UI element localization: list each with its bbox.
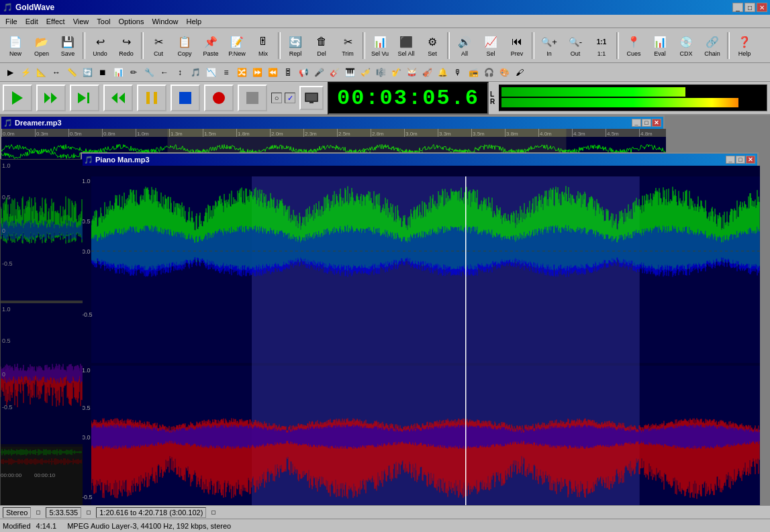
paste-button[interactable]: 📌 Paste [198, 30, 224, 61]
eval-button[interactable]: 📊 Eval [647, 30, 673, 61]
tool2-30[interactable]: 🎙 [450, 65, 465, 80]
cues-button[interactable]: 📍 Cues [621, 30, 646, 61]
piano-close[interactable]: ✕ [746, 156, 755, 164]
tool2-2[interactable]: ⚡ [18, 65, 33, 80]
tool2-11[interactable]: ← [157, 65, 172, 80]
help-button[interactable]: ❓ Help [732, 30, 757, 61]
tool2-8[interactable]: 📊 [111, 65, 126, 80]
tool2-27[interactable]: 🥁 [404, 65, 419, 80]
pnew-icon: 📝 [229, 34, 245, 50]
menu-tool[interactable]: Tool [93, 16, 114, 27]
tool2-17[interactable]: ⏩ [250, 65, 264, 80]
tool2-4[interactable]: ↔ [49, 65, 64, 80]
del-button[interactable]: 🗑 Del [309, 30, 334, 61]
tool2-7[interactable]: ⏹ [95, 65, 110, 80]
separator-5 [447, 32, 450, 59]
menu-effect[interactable]: Effect [42, 16, 69, 27]
tool2-5[interactable]: 📏 [64, 65, 79, 80]
tool2-6[interactable]: 🔄 [80, 65, 95, 80]
tool2-13[interactable]: 🎵 [188, 65, 203, 80]
chain-button[interactable]: 🔗 Chain [700, 30, 725, 61]
zoom11-button[interactable]: 1:1 1:1 [589, 30, 614, 61]
repl-label: Repl [289, 50, 302, 57]
tool2-32[interactable]: 🎧 [481, 65, 496, 80]
tool2-19[interactable]: 🎛 [281, 65, 295, 80]
tool2-22[interactable]: 🎸 [327, 65, 342, 80]
device-button[interactable] [299, 86, 324, 110]
tool2-24[interactable]: 🎺 [358, 65, 373, 80]
stop2-button[interactable] [238, 85, 267, 111]
svg-rect-4 [87, 93, 89, 103]
tool2-16[interactable]: 🔀 [234, 65, 249, 80]
play-button[interactable] [3, 85, 32, 111]
paste-label: Paste [203, 50, 218, 57]
selvu-button[interactable]: 📊 Sel Vu [367, 30, 393, 61]
tool2-21[interactable]: 🎤 [311, 65, 326, 80]
cdx-button[interactable]: 💿 CDX [673, 30, 699, 61]
tool2-15[interactable]: ≡ [219, 65, 234, 80]
fast-forward-button[interactable] [36, 85, 66, 111]
tool2-18[interactable]: ⏪ [265, 65, 280, 80]
dreamer-close[interactable]: ✕ [652, 119, 661, 127]
save-button[interactable]: 💾 Save [55, 30, 81, 61]
tool2-23[interactable]: 🎹 [342, 65, 357, 80]
tool2-25[interactable]: 🎼 [373, 65, 388, 80]
tool2-10[interactable]: 🔧 [142, 65, 156, 80]
in-button[interactable]: 🔍+ In [536, 30, 562, 61]
pause-button[interactable] [137, 85, 166, 111]
all-button[interactable]: 🔊 All [452, 30, 477, 61]
help-label: Help [738, 50, 751, 57]
menu-options[interactable]: Options [114, 16, 148, 27]
monitor-controls: ○ ✓ [271, 93, 295, 103]
set-button[interactable]: ⚙ Set [420, 30, 445, 61]
menu-view[interactable]: View [69, 16, 93, 27]
record-button[interactable] [204, 85, 234, 111]
tool2-9[interactable]: ✏ [126, 65, 141, 80]
minimize-button[interactable]: _ [732, 3, 743, 12]
piano-maximize[interactable]: □ [736, 156, 745, 164]
tool2-33[interactable]: 🎨 [497, 65, 512, 80]
redo-button[interactable]: ↪ Redo [113, 30, 139, 61]
svg-rect-11 [246, 92, 258, 104]
tool2-14[interactable]: 📉 [203, 65, 218, 80]
close-button[interactable]: ✕ [757, 3, 767, 12]
monitor-checkbox[interactable]: ○ [271, 93, 282, 103]
menu-edit[interactable]: Edit [21, 16, 42, 27]
dreamer-minimize[interactable]: _ [632, 119, 641, 127]
undo-button[interactable]: ↩ Undo [87, 30, 113, 61]
tool2-20[interactable]: 📢 [296, 65, 311, 80]
maximize-button[interactable]: □ [744, 3, 755, 12]
tool2-28[interactable]: 🎻 [420, 65, 434, 80]
tool2-1[interactable]: ▶ [3, 65, 17, 80]
rewind-button[interactable] [103, 85, 133, 111]
save-label: Save [61, 50, 75, 57]
dreamer-buttons: _ □ ✕ [632, 119, 661, 127]
menu-help[interactable]: Help [183, 16, 206, 27]
tool2-29[interactable]: 🔔 [435, 65, 450, 80]
cut-button[interactable]: ✂ Cut [146, 30, 171, 61]
copy-button[interactable]: 📋 Copy [172, 30, 197, 61]
mix-button[interactable]: 🎚 Mix [250, 30, 276, 61]
new-button[interactable]: 📄 New [3, 30, 28, 61]
repl-button[interactable]: 🔄 Repl [283, 30, 308, 61]
trim-button[interactable]: ✂ Trim [335, 30, 360, 61]
out-button[interactable]: 🔍- Out [563, 30, 588, 61]
monitor-checkbox2[interactable]: ✓ [285, 93, 295, 103]
piano-minimize[interactable]: _ [726, 156, 735, 164]
sel-button[interactable]: 📈 Sel [478, 30, 503, 61]
menu-window[interactable]: Window [148, 16, 182, 27]
stop-button[interactable] [171, 85, 200, 111]
lr-indicator: L R [490, 91, 495, 105]
open-button[interactable]: 📂 Open [29, 30, 54, 61]
tool2-26[interactable]: 🎷 [389, 65, 403, 80]
pnew-button[interactable]: 📝 P.New [224, 30, 250, 61]
selall-button[interactable]: ⬛ Sel All [393, 30, 419, 61]
tool2-12[interactable]: ↕ [173, 65, 187, 80]
tool2-31[interactable]: 📻 [466, 65, 481, 80]
menu-file[interactable]: File [1, 16, 21, 27]
ff-end-button[interactable] [70, 85, 99, 111]
dreamer-maximize[interactable]: □ [642, 119, 651, 127]
tool2-3[interactable]: 📐 [34, 65, 48, 80]
prev-button[interactable]: ⏮ Prev [504, 30, 530, 61]
tool2-34[interactable]: 🖌 [512, 65, 527, 80]
